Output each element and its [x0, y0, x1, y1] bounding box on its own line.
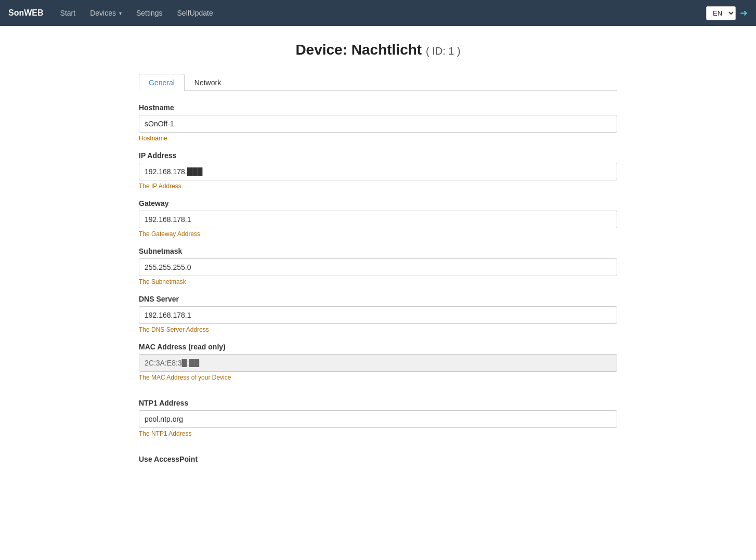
- brand-link[interactable]: SonWEB: [8, 8, 44, 18]
- tab-general[interactable]: General: [139, 74, 185, 91]
- ntp1-address-input[interactable]: [139, 410, 617, 428]
- nav-link-selfupdate[interactable]: SelfUpdate: [171, 5, 219, 21]
- nav-item-settings: Settings: [130, 5, 169, 21]
- nav-item-devices: Devices ▾: [84, 5, 128, 21]
- page-content: Device: Nachtlicht ( ID: 1 ) General Net…: [128, 26, 628, 489]
- section-divider: [139, 390, 617, 399]
- devices-caret-icon: ▾: [119, 10, 122, 16]
- ip-address-input[interactable]: [139, 163, 617, 180]
- use-accesspoint-label: Use AccessPoint: [139, 455, 617, 463]
- hostname-hint: Hostname: [139, 135, 617, 142]
- mac-address-hint: The MAC Address of your Device: [139, 374, 617, 381]
- tab-bar: General Network: [139, 74, 617, 91]
- gateway-hint: The Gateway Address: [139, 230, 617, 238]
- hostname-group: Hostname Hostname: [139, 103, 617, 142]
- gateway-group: Gateway The Gateway Address: [139, 199, 617, 238]
- ntp1-address-hint: The NTP1 Address: [139, 430, 617, 437]
- subnetmask-label: Subnetmask: [139, 247, 617, 255]
- navbar: SonWEB Start Devices ▾ Settings SelfUpda…: [0, 0, 756, 26]
- ip-address-hint: The IP Address: [139, 183, 617, 190]
- dns-server-group: DNS Server The DNS Server Address: [139, 295, 617, 333]
- use-accesspoint-group: Use AccessPoint: [139, 455, 617, 463]
- hostname-input[interactable]: [139, 115, 617, 133]
- mac-address-group: MAC Address (read only) The MAC Address …: [139, 343, 617, 381]
- subnetmask-group: Subnetmask The Subnetmask: [139, 247, 617, 285]
- logout-button[interactable]: ➜: [740, 7, 748, 19]
- page-title: Device: Nachtlicht ( ID: 1 ): [139, 42, 617, 58]
- mac-address-label: MAC Address (read only): [139, 343, 617, 351]
- dns-server-input[interactable]: [139, 306, 617, 324]
- gateway-label: Gateway: [139, 199, 617, 207]
- dns-server-label: DNS Server: [139, 295, 617, 303]
- nav-link-start[interactable]: Start: [54, 5, 82, 21]
- tab-network[interactable]: Network: [185, 74, 231, 91]
- hostname-label: Hostname: [139, 103, 617, 112]
- main-nav: Start Devices ▾ Settings SelfUpdate: [54, 5, 219, 21]
- language-select[interactable]: EN DE FR: [706, 6, 736, 20]
- ntp1-address-group: NTP1 Address The NTP1 Address: [139, 399, 617, 437]
- ip-address-group: IP Address The IP Address: [139, 151, 617, 190]
- subnetmask-input[interactable]: [139, 258, 617, 276]
- navbar-right: EN DE FR ➜: [706, 6, 748, 20]
- nav-item-start: Start: [54, 5, 82, 21]
- section-divider-2: [139, 447, 617, 455]
- gateway-input[interactable]: [139, 211, 617, 228]
- subnetmask-hint: The Subnetmask: [139, 278, 617, 285]
- network-form: Hostname Hostname IP Address The IP Addr…: [139, 103, 617, 463]
- device-id-badge: ( ID: 1 ): [426, 45, 461, 57]
- nav-dropdown-devices[interactable]: Devices ▾: [84, 5, 128, 21]
- dns-server-hint: The DNS Server Address: [139, 326, 617, 333]
- ntp1-address-label: NTP1 Address: [139, 399, 617, 407]
- mac-address-input: [139, 354, 617, 372]
- nav-item-selfupdate: SelfUpdate: [171, 5, 219, 21]
- ip-address-label: IP Address: [139, 151, 617, 160]
- logout-icon: ➜: [740, 7, 748, 19]
- nav-link-settings[interactable]: Settings: [130, 5, 169, 21]
